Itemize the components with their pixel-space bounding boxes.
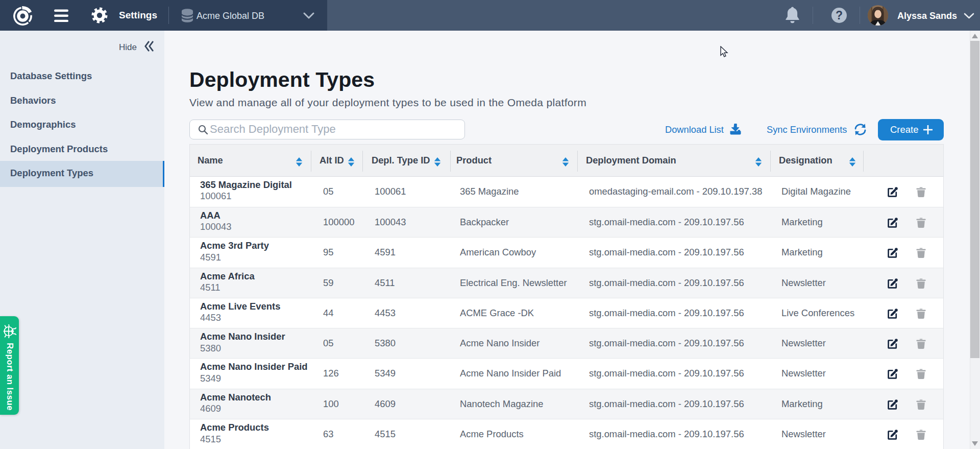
svg-text:?: ? — [836, 9, 843, 22]
